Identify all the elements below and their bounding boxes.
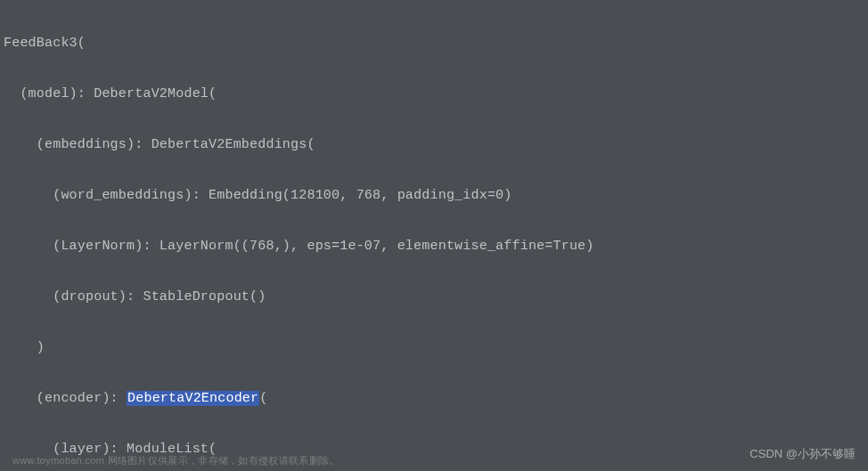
code-line-3: (embeddings): DebertaV2Embeddings( [4,133,868,158]
code-line-8-post: ( [259,391,267,406]
code-line-5: (LayerNorm): LayerNorm((768,), eps=1e-07… [4,234,868,260]
selection-highlight[interactable]: DebertaV2Encoder [127,391,259,406]
code-line-4: (word_embeddings): Embedding(128100, 768… [4,183,868,209]
code-block: FeedBack3( (model): DebertaV2Model( (emb… [0,0,868,471]
code-line-7: ) [4,336,868,361]
code-line-2: (model): DebertaV2Model( [4,82,868,108]
code-line-8: (encoder): DebertaV2Encoder( [4,386,868,412]
watermark-left: www.toymoban.com 网络图片仅供展示，非存储，如有侵权请联系删除。 [12,454,339,467]
watermark-right: CSDN @小孙不够睡 [749,446,856,462]
code-line-6: (dropout): StableDropout() [4,285,868,311]
code-line-1: FeedBack3( [4,31,868,57]
code-line-8-pre: (encoder): [4,391,127,406]
